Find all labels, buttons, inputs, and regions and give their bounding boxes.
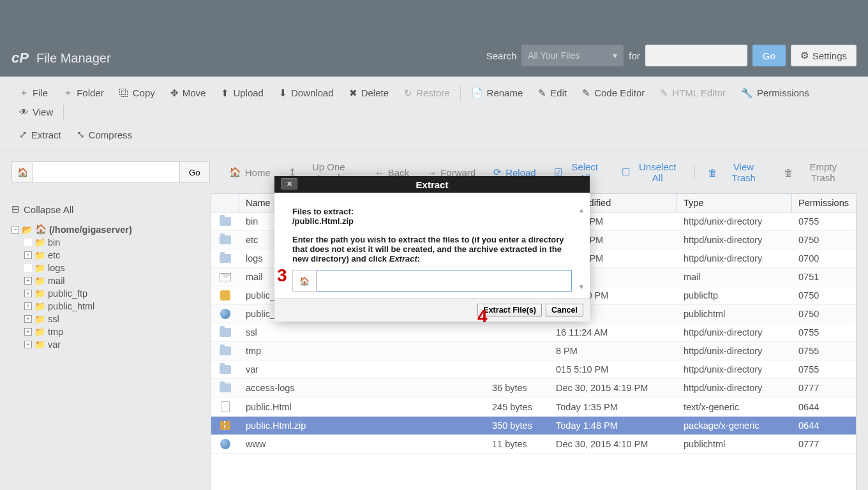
dialog-title-bar: ✕ Extract: [274, 176, 590, 193]
dialog-instruction: Enter the path you wish to extract the f…: [292, 235, 572, 264]
modal-overlay: ✕ Extract ▲ Files to extract: /public.Ht…: [0, 0, 868, 490]
extract-path-input[interactable]: [317, 270, 572, 292]
cancel-button[interactable]: Cancel: [546, 304, 583, 316]
scroll-up-icon[interactable]: ▲: [578, 207, 585, 214]
files-to-extract-label: Files to extract:: [292, 207, 572, 216]
close-icon: ✕: [287, 180, 292, 188]
annotation-4: 4: [477, 306, 488, 327]
files-to-extract-value: /public.Html.zip: [292, 216, 572, 226]
extract-dialog: ✕ Extract ▲ Files to extract: /public.Ht…: [274, 176, 590, 322]
annotation-3: 3: [277, 265, 287, 286]
dialog-close-button[interactable]: ✕: [281, 178, 297, 189]
dialog-title: Extract: [416, 179, 449, 190]
dialog-home-button[interactable]: 🏠: [292, 270, 317, 292]
scroll-down-icon[interactable]: ▼: [578, 283, 585, 290]
home-icon: 🏠: [299, 276, 310, 286]
